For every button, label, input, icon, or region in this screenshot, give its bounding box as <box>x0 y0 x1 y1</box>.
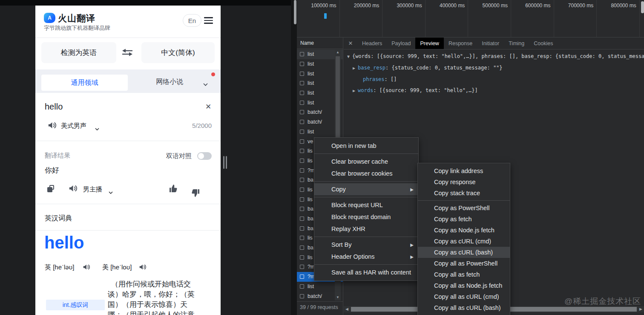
checkbox[interactable] <box>300 217 304 221</box>
hamburger-menu-icon[interactable] <box>204 17 213 24</box>
panel-drag-handle-icon[interactable] <box>223 156 227 169</box>
tab-headers[interactable]: Headers <box>357 38 387 49</box>
copy-result-icon[interactable] <box>47 185 55 192</box>
tab-initiator[interactable]: Initiator <box>477 38 504 49</box>
menu-item-copy-stack-trace[interactable]: Copy stack trace <box>418 188 510 199</box>
menu-item-sort-by[interactable]: Sort By▶ <box>314 239 418 251</box>
menu-item-replay-xhr[interactable]: Replay XHR <box>314 223 418 235</box>
checkbox[interactable] <box>300 72 304 76</box>
tab-timing[interactable]: Timing <box>504 38 529 49</box>
tab-cookies[interactable]: Cookies <box>529 38 558 49</box>
json-node[interactable]: ▶words: [{source: 999, text: "hello",…}] <box>347 85 644 96</box>
menu-item-clear-browser-cookies[interactable]: Clear browser cookies <box>314 168 418 179</box>
json-root-line[interactable]: ▼{words: [{source: 999, text: "hello",…}… <box>347 51 644 62</box>
collapse-triangle-icon[interactable]: ▼ <box>347 51 352 62</box>
menu-item-clear-browser-cache[interactable]: Clear browser cache <box>314 156 418 168</box>
menu-item-copy[interactable]: Copy▶ <box>314 183 418 195</box>
devtools-scrollbar-thumb[interactable] <box>641 1 644 13</box>
page-scrollbar-thumb[interactable] <box>294 0 296 24</box>
timeline-tick: 700000 ms <box>554 0 597 38</box>
language-switch-button[interactable]: En <box>183 14 201 27</box>
checkbox[interactable] <box>300 178 304 182</box>
menu-item-block-request-url[interactable]: Block request URL <box>314 199 418 211</box>
network-waterfall-timeline[interactable]: 100000 ms 200000 ms 300000 ms 400000 ms … <box>297 0 644 38</box>
tab-payload[interactable]: Payload <box>387 38 415 49</box>
clear-input-icon[interactable]: ✕ <box>205 102 211 111</box>
menu-item-copy-as-curl-bash[interactable]: Copy as cURL (bash) <box>418 247 510 258</box>
menu-item-copy-response[interactable]: Copy response <box>418 176 510 188</box>
checkbox[interactable] <box>300 91 304 95</box>
thumbs-up-icon[interactable] <box>169 184 178 194</box>
checkbox[interactable] <box>300 130 304 134</box>
scroll-left-icon[interactable]: ◀ <box>344 306 350 312</box>
menu-item-copy-as-curl-cmd[interactable]: Copy as cURL (cmd) <box>418 236 510 247</box>
checkbox[interactable] <box>300 52 304 56</box>
scroll-right-icon[interactable]: ▶ <box>638 306 644 312</box>
checkbox[interactable] <box>300 149 304 153</box>
checkbox[interactable] <box>300 81 304 85</box>
menu-item-copy-as-fetch[interactable]: Copy as fetch <box>418 214 510 225</box>
checkbox[interactable] <box>300 168 304 173</box>
menu-item-copy-all-as-curl-cmd[interactable]: Copy all as cURL (cmd) <box>418 291 510 302</box>
checkbox[interactable] <box>300 101 304 105</box>
checkbox[interactable] <box>300 246 304 250</box>
checkbox[interactable] <box>300 159 304 163</box>
waterfall-request-bar[interactable] <box>324 13 327 19</box>
tab-preview[interactable]: Preview <box>415 38 443 49</box>
thumbs-down-icon[interactable] <box>191 187 200 197</box>
chevron-down-icon[interactable] <box>95 124 99 132</box>
brand-title: 火山翻译 <box>58 12 95 24</box>
expand-triangle-icon[interactable]: ▶ <box>353 85 358 96</box>
part-of-speech-badge[interactable]: int.感叹词 <box>46 300 105 310</box>
bilingual-toggle[interactable] <box>197 152 212 160</box>
json-node[interactable]: phrases: [] <box>347 74 644 85</box>
menu-item-block-request-domain[interactable]: Block request domain <box>314 211 418 223</box>
menu-item-copy-all-as-powershell[interactable]: Copy all as PowerShell <box>418 258 510 269</box>
chevron-down-icon[interactable] <box>203 80 208 88</box>
menu-item-copy-link-address[interactable]: Copy link address <box>418 165 510 176</box>
checkbox[interactable] <box>300 294 304 298</box>
menu-item-header-options[interactable]: Header Options▶ <box>314 251 418 263</box>
checkbox[interactable] <box>300 255 304 260</box>
speaker-icon[interactable] <box>48 121 56 131</box>
tab-web-novel[interactable]: 网络小说 <box>156 78 183 87</box>
checkbox[interactable] <box>300 236 304 240</box>
checkbox[interactable] <box>300 226 304 231</box>
speaker-icon[interactable] <box>139 264 146 272</box>
menu-item-open-in-new-tab[interactable]: Open in new tab <box>314 140 418 152</box>
checkbox[interactable] <box>300 188 304 192</box>
page-scrollbar[interactable] <box>291 0 297 315</box>
speaker-icon[interactable] <box>69 185 77 194</box>
menu-item-copy-as-nodejs-fetch[interactable]: Copy as Node.js fetch <box>418 225 510 236</box>
chevron-down-icon[interactable] <box>109 188 113 196</box>
tab-response[interactable]: Response <box>444 38 477 49</box>
scroll-up-icon[interactable]: ▲ <box>335 49 341 55</box>
tab-general-domain[interactable]: 通用领域 <box>41 75 128 91</box>
json-node[interactable]: ▶base_resp: {status_code: 0, status_mess… <box>347 62 644 74</box>
menu-item-copy-all-as-nodejs-fetch[interactable]: Copy all as Node.js fetch <box>418 280 510 291</box>
checkbox[interactable] <box>300 139 304 144</box>
menu-item-copy-all-as-curl-bash[interactable]: Copy all as cURL (bash) <box>418 302 510 313</box>
menu-item-copy-as-powershell[interactable]: Copy as PowerShell <box>418 202 510 214</box>
swap-languages-icon[interactable] <box>121 48 133 59</box>
speaker-icon[interactable] <box>83 264 90 272</box>
source-text[interactable]: hello <box>45 102 63 112</box>
checkbox[interactable] <box>300 120 304 124</box>
checkbox[interactable] <box>300 265 304 269</box>
checkbox[interactable] <box>300 62 304 66</box>
expand-triangle-icon[interactable]: ▶ <box>353 63 358 74</box>
close-icon[interactable]: ✕ <box>344 38 357 49</box>
checkbox[interactable] <box>300 284 304 289</box>
tts-voice-select[interactable]: 美式男声 <box>61 122 86 130</box>
result-voice-select[interactable]: 男主播 <box>83 185 102 194</box>
menu-item-copy-all-as-fetch[interactable]: Copy all as fetch <box>418 269 510 280</box>
name-column-header[interactable]: Name <box>297 38 343 49</box>
scroll-down-icon[interactable]: ▼ <box>335 295 341 301</box>
target-language-button[interactable]: 中文(简体) <box>141 42 215 63</box>
menu-item-save-har[interactable]: Save all as HAR with content <box>314 266 418 278</box>
checkbox[interactable] <box>300 207 304 211</box>
checkbox[interactable] <box>300 275 304 279</box>
checkbox[interactable] <box>300 197 304 202</box>
checkbox[interactable] <box>300 110 304 114</box>
source-language-button[interactable]: 检测为英语 <box>41 42 116 63</box>
